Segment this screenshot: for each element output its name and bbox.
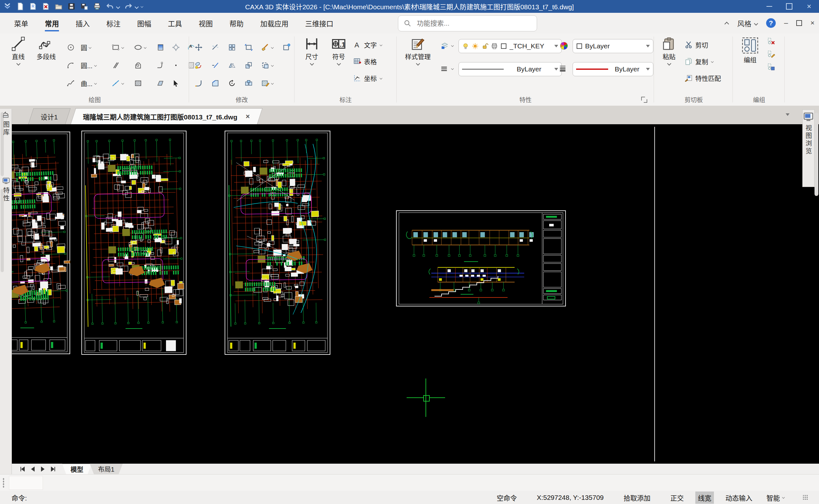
undo-icon[interactable] [106,2,114,11]
solid-icon[interactable] [156,79,165,87]
trim-icon[interactable] [211,43,219,52]
close-button[interactable]: × [799,0,819,13]
symbol-button[interactable]: .1 符号 [325,37,352,65]
command-prompt[interactable]: 命令: [0,493,27,502]
arc-button[interactable]: 圆... [81,61,111,70]
customize-toolbar-icon[interactable] [140,5,144,8]
hatch-icon[interactable] [134,79,142,87]
polyline-button[interactable]: 多段线 [30,37,62,61]
gear-icon[interactable] [172,43,180,52]
open-template-icon[interactable]: R [29,2,37,11]
linetype-combo[interactable]: ByLayer [459,62,562,76]
sheet-tab-1[interactable]: 布局1 [90,464,123,474]
help-icon[interactable]: ? [766,18,776,28]
scale-icon[interactable] [244,61,253,69]
print-icon[interactable] [93,2,101,11]
sheet-tab-0[interactable]: 模型 [62,464,92,475]
group-button[interactable]: 编组 [736,37,764,64]
construction-line-button[interactable] [111,79,134,87]
match-properties-button[interactable]: 特性匹配 [684,70,721,86]
redo-dropdown-icon[interactable] [135,5,138,8]
rotate-icon[interactable] [228,79,236,87]
point-icon[interactable] [172,61,180,69]
polygon-icon[interactable] [134,61,142,69]
panel-tab-view-browser[interactable]: 视图浏览 [802,110,815,187]
rectangle-button[interactable] [111,43,134,52]
status-toggle-0[interactable]: 正交 [668,492,686,504]
prev-sheet-button[interactable] [31,467,35,472]
menu-tab-1[interactable]: 常用 [37,13,67,33]
edit-group-icon[interactable] [767,50,775,58]
paste-button[interactable]: 粘贴 [656,37,682,65]
app-logo-icon[interactable] [3,2,12,11]
model-canvas[interactable] [12,124,819,464]
resize-grip[interactable] [803,495,808,500]
mirror-icon[interactable] [228,61,236,69]
stretch-icon[interactable] [194,61,203,69]
right-scrollbar[interactable] [815,113,818,196]
layer-combo[interactable]: _TCH_KEY [459,39,562,53]
dimension-button[interactable]: 尺寸 [298,37,325,65]
line-button[interactable]: 直线 [4,37,32,65]
save-icon[interactable] [67,2,76,11]
next-sheet-button[interactable] [41,467,45,472]
search-box[interactable] [398,15,537,31]
collapse-ribbon-icon[interactable] [725,21,729,25]
select-arrow-icon[interactable] [172,79,180,87]
panel-tab-library[interactable]: 图库 [1,111,11,136]
tab-list-dropdown-icon[interactable] [786,113,790,116]
array-icon[interactable] [228,43,236,52]
fillet-icon[interactable] [194,79,203,87]
group-select-icon[interactable] [767,63,775,71]
menu-tab-5[interactable]: 工具 [160,13,190,33]
3d-rotate-icon[interactable] [244,79,253,87]
command-window[interactable] [0,474,819,492]
style-menu[interactable]: 风格 [737,18,758,28]
minimize-button[interactable] [759,0,779,13]
center-circle-icon[interactable] [67,43,75,52]
panel-tab-properties[interactable]: 特性 [1,177,11,202]
copy-button[interactable]: 复制 [684,53,721,70]
table-button[interactable]: 表格 [353,53,383,70]
doc-restore-button[interactable] [796,20,802,26]
menu-tab-7[interactable]: 帮助 [221,13,252,33]
offset-button[interactable] [261,61,282,69]
style-manager-button[interactable]: 样式管理 [400,37,436,65]
menu-tab-9[interactable]: 三维接口 [297,13,341,33]
linetype-icon[interactable] [440,65,448,73]
copy-boundary-icon[interactable] [282,43,291,52]
chamfer-icon[interactable] [211,79,219,87]
status-toggle-2[interactable]: 动态输入 [723,492,755,504]
menu-tab-2[interactable]: 插入 [67,13,98,33]
coordinate-button[interactable]: 坐标 [353,70,383,86]
lineweight-combo[interactable]: ByLayer [573,62,653,76]
status-toggle-1[interactable]: 线宽 [695,492,714,504]
status-pick-add[interactable]: 拾取添加 [621,492,653,504]
redo-icon[interactable] [124,2,133,11]
curve-button[interactable]: 曲... [81,79,111,88]
last-sheet-button[interactable] [51,467,55,472]
extend-icon[interactable] [211,61,219,69]
boundary-icon[interactable] [244,43,253,52]
color-wheel-icon[interactable] [559,41,569,51]
text-button[interactable]: A文字 [353,37,383,53]
ellipse-button[interactable] [134,43,156,52]
layers-icon[interactable] [441,42,449,50]
layers-dropdown-icon[interactable] [451,44,455,47]
command-window-grip[interactable] [3,478,4,488]
cut-button[interactable]: 剪切 [684,37,721,53]
menu-tab-4[interactable]: 图幅 [129,13,160,33]
doc-close-button[interactable]: × [810,19,815,27]
erase-button[interactable] [261,43,282,52]
menu-tab-0[interactable]: 菜单 [6,13,37,33]
hatch-edit-button[interactable] [261,79,282,87]
document-tab-1[interactable]: 瑞隆城三期人防建筑施工图打图版08013_t7_t6.dwg× [70,108,262,125]
gradient-fill-icon[interactable] [156,43,165,52]
save-as-icon[interactable] [80,2,88,11]
document-tab-0[interactable]: 设计1 [28,108,70,125]
lineweight-icon[interactable] [559,64,567,72]
move-icon[interactable] [194,43,203,52]
parallel-lines-icon[interactable] [111,61,120,69]
ungroup-icon[interactable] [767,37,775,45]
maximize-button[interactable] [779,0,799,13]
